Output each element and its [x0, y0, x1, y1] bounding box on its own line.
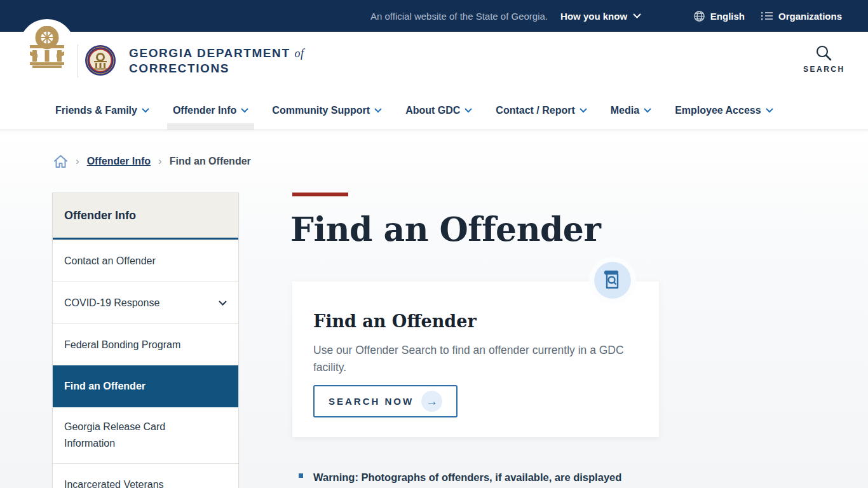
agency-title[interactable]: GEORGIA DEPARTMENT of CORRECTIONS [129, 46, 304, 76]
nav-item-media[interactable]: Media [607, 91, 654, 130]
chevron-down-icon [644, 108, 651, 113]
nav-item-friends-family[interactable]: Friends & Family [52, 91, 153, 130]
nav-item-community-support[interactable]: Community Support [269, 91, 385, 130]
bullet-icon [299, 473, 303, 478]
gdc-seal [85, 44, 116, 76]
card-title: Find an Offender [313, 311, 477, 331]
globe-icon [693, 10, 705, 22]
page: An official website of the State of Geor… [0, 0, 868, 488]
agency-line2: CORRECTIONS [129, 61, 304, 76]
primary-nav: Friends & Family Offender Info Community… [0, 91, 868, 130]
nav-label: Friends & Family [55, 105, 137, 116]
warning-list-item: Warning: Photographs of offenders, if av… [299, 469, 621, 485]
chevron-down-icon [633, 13, 641, 18]
nav-label: Employee Access [675, 105, 761, 116]
nav-item-about-gdc[interactable]: About GDC [402, 91, 475, 130]
page-title: Find an Offender [290, 210, 735, 248]
nav-item-offender-info[interactable]: Offender Info [170, 91, 252, 130]
chevron-down-icon [241, 108, 248, 113]
nav-label: Community Support [272, 105, 370, 116]
sidebar-item-georgia-release-card[interactable]: Georgia Release Card Information [53, 407, 215, 463]
breadcrumb-current: Find an Offender [170, 156, 251, 167]
arch-icon [29, 26, 65, 68]
document-search-icon [603, 270, 622, 290]
sidebar-item-label: Incarcerated Veterans [64, 477, 164, 488]
search-label: SEARCH [803, 65, 844, 74]
sidebar-item-label: Georgia Release Card Information [64, 419, 204, 452]
search-icon [815, 44, 832, 61]
chevron-down-icon [580, 108, 587, 113]
search-button[interactable]: SEARCH [803, 44, 844, 74]
government-topbar: An official website of the State of Geor… [0, 0, 868, 32]
official-website-text: An official website of the State of Geor… [370, 11, 548, 22]
nav-label: Media [611, 105, 639, 116]
chevron-down-icon [465, 108, 472, 113]
breadcrumb-separator-icon: › [158, 155, 162, 168]
sidebar-item-covid-19-response[interactable]: COVID-19 Response [53, 281, 238, 323]
search-now-button[interactable]: SEARCH NOW → [313, 385, 458, 417]
site-header: GEORGIA DEPARTMENT of CORRECTIONS SEARCH [0, 32, 868, 91]
card-icon-badge [594, 262, 631, 299]
logo-divider [78, 44, 78, 78]
home-icon[interactable] [53, 154, 68, 168]
organizations-label: Organizations [778, 11, 842, 22]
sidebar-item-label: COVID-19 Response [64, 295, 159, 311]
sidebar-item-federal-bonding-program[interactable]: Federal Bonding Program [53, 323, 238, 365]
organizations-link[interactable]: Organizations [761, 11, 842, 22]
search-now-label: SEARCH NOW [329, 396, 414, 407]
breadcrumb: › Offender Info › Find an Offender [53, 154, 251, 168]
arrow-right-icon: → [421, 391, 442, 412]
card-description: Use our Offender Search to find an offen… [313, 342, 625, 376]
nav-item-contact-report[interactable]: Contact / Report [492, 91, 590, 130]
nav-label: About GDC [405, 105, 460, 116]
sidebar-item-contact-an-offender[interactable]: Contact an Offender [53, 240, 238, 281]
language-label: English [710, 11, 745, 22]
nav-item-employee-access[interactable]: Employee Access [672, 91, 776, 130]
how-you-know-label: How you know [560, 11, 627, 22]
section-sidebar: Offender Info Contact an Offender COVID-… [52, 193, 239, 488]
sidebar-item-label: Find an Offender [64, 378, 146, 395]
chevron-down-icon [374, 108, 382, 113]
how-you-know-toggle[interactable]: How you know [560, 11, 641, 22]
list-icon [761, 11, 773, 21]
sidebar-item-label: Federal Bonding Program [64, 337, 180, 353]
sidebar-item-incarcerated-veterans[interactable]: Incarcerated Veterans [53, 463, 238, 488]
language-selector[interactable]: English [693, 10, 745, 22]
chevron-down-icon [142, 108, 149, 113]
sidebar-item-find-an-offender[interactable]: Find an Offender [53, 365, 238, 407]
sidebar-title: Offender Info [53, 193, 238, 240]
agency-of: of [295, 47, 304, 60]
georgia-arch-logo[interactable] [19, 19, 75, 75]
nav-label: Offender Info [173, 105, 236, 116]
heading-accent-bar [292, 193, 348, 196]
breadcrumb-separator-icon: › [76, 155, 79, 168]
chevron-down-icon [219, 301, 227, 306]
chevron-down-icon [766, 108, 773, 113]
nav-label: Contact / Report [496, 105, 574, 116]
breadcrumb-link-offender-info[interactable]: Offender Info [87, 156, 151, 167]
warning-text: Warning: Photographs of offenders, if av… [313, 469, 621, 485]
sidebar-item-label: Contact an Offender [64, 253, 156, 269]
agency-line1: GEORGIA DEPARTMENT [129, 46, 290, 60]
